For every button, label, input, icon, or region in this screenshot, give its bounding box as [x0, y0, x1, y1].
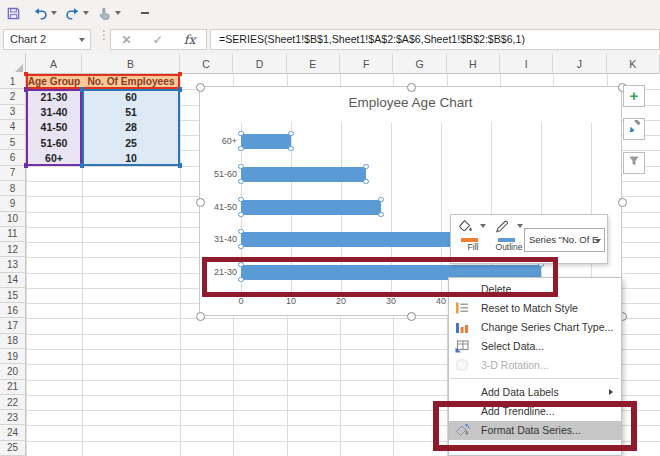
chart-selection-handle[interactable] [196, 198, 205, 207]
cell-B4[interactable]: 28 [82, 120, 180, 135]
row-header-14[interactable]: 14 [0, 273, 26, 288]
select-all-corner[interactable] [0, 54, 26, 74]
cell-A3[interactable]: 31-40 [26, 105, 82, 120]
column-header-J[interactable]: J [553, 54, 606, 74]
insert-function-icon[interactable]: fx [184, 32, 196, 47]
cell-B5[interactable]: 25 [82, 135, 180, 150]
bar-selection-handle[interactable] [238, 277, 244, 283]
chart-elements-button[interactable]: + [623, 85, 645, 107]
bar-selection-handle[interactable] [363, 164, 369, 170]
bar-selection-handle[interactable] [238, 146, 244, 152]
chart-selection-handle[interactable] [618, 198, 627, 207]
bar-selection-handle[interactable] [288, 131, 294, 137]
column-header-B[interactable]: B [82, 54, 180, 74]
row-header-22[interactable]: 22 [0, 395, 26, 410]
bar-selection-handle[interactable] [238, 229, 244, 235]
save-button[interactable] [6, 3, 21, 23]
bar-selection-handle[interactable] [238, 131, 244, 137]
undo-dropdown-icon[interactable] [51, 11, 57, 15]
data-bar-51-60[interactable] [241, 167, 366, 182]
row-header-12[interactable]: 12 [0, 242, 26, 257]
cell-A4[interactable]: 41-50 [26, 120, 82, 135]
row-header-15[interactable]: 15 [0, 288, 26, 303]
enter-icon[interactable]: ✓ [153, 33, 163, 47]
row-header-4[interactable]: 4 [0, 120, 26, 135]
cell-A5[interactable]: 51-60 [26, 135, 82, 150]
menu-item-format-data-series[interactable]: Format Data Series... [449, 421, 621, 440]
chart-filters-button[interactable] [623, 152, 645, 174]
column-header-H[interactable]: H [447, 54, 500, 74]
redo-dropdown-icon[interactable] [83, 11, 89, 15]
row-header-13[interactable]: 13 [0, 257, 26, 272]
chart-selection-handle[interactable] [407, 83, 416, 92]
cell-B6[interactable]: 10 [82, 150, 180, 165]
bar-selection-handle[interactable] [378, 197, 384, 203]
row-header-25[interactable]: 25 [0, 441, 26, 456]
chart-selection-handle[interactable] [196, 312, 205, 321]
menu-item-change-series-chart-type[interactable]: Change Series Chart Type... [449, 317, 621, 336]
bar-selection-handle[interactable] [238, 179, 244, 185]
touch-mode-button[interactable] [97, 3, 121, 23]
undo-button[interactable] [33, 3, 57, 23]
customize-qat-button[interactable] [127, 3, 149, 23]
cell-A2[interactable]: 21-30 [26, 89, 82, 104]
bar-selection-handle[interactable] [238, 212, 244, 218]
formula-input[interactable]: =SERIES(Sheet1!$B$1,Sheet1!$A$2:$A$6,She… [210, 29, 660, 50]
menu-item-add-data-labels[interactable]: Add Data Labels [449, 382, 621, 401]
name-box[interactable]: Chart 2 [3, 29, 91, 50]
bar-selection-handle[interactable] [363, 179, 369, 185]
cell-A1[interactable]: Age Group [26, 74, 82, 89]
menu-item-select-data[interactable]: Select Data... [449, 336, 621, 355]
column-header-K[interactable]: K [607, 54, 660, 74]
bar-selection-handle[interactable] [238, 164, 244, 170]
chart-selection-handle[interactable] [407, 312, 416, 321]
row-header-3[interactable]: 3 [0, 105, 26, 120]
cell-B2[interactable]: 60 [82, 89, 180, 104]
row-header-1[interactable]: 1 [0, 74, 26, 89]
cancel-icon[interactable]: ✕ [122, 33, 132, 47]
touch-mode-dropdown-icon[interactable] [115, 11, 121, 15]
bar-selection-handle[interactable] [238, 244, 244, 250]
formula-bar-grip[interactable]: ⋮ [98, 31, 110, 39]
row-header-6[interactable]: 6 [0, 150, 26, 165]
row-header-10[interactable]: 10 [0, 212, 26, 227]
menu-item-reset-to-match-style[interactable]: Reset to Match Style [449, 298, 621, 317]
column-header-E[interactable]: E [287, 54, 340, 74]
column-header-F[interactable]: F [340, 54, 393, 74]
row-header-19[interactable]: 19 [0, 349, 26, 364]
column-header-D[interactable]: D [233, 54, 286, 74]
cell-B1[interactable]: No. Of Employees [82, 74, 180, 89]
chart-title[interactable]: Employee Age Chart [200, 95, 621, 110]
cell-B3[interactable]: 51 [82, 105, 180, 120]
row-header-24[interactable]: 24 [0, 425, 26, 440]
row-header-16[interactable]: 16 [0, 303, 26, 318]
bar-selection-handle[interactable] [288, 146, 294, 152]
row-header-8[interactable]: 8 [0, 181, 26, 196]
menu-item-delete[interactable]: Delete [449, 279, 621, 298]
chart-element-selector[interactable]: Series "No. Of E [524, 228, 605, 252]
fill-dropdown-icon[interactable] [480, 224, 486, 228]
redo-button[interactable] [65, 3, 89, 23]
row-header-18[interactable]: 18 [0, 334, 26, 349]
chart-selection-handle[interactable] [196, 83, 205, 92]
data-bar-41-50[interactable] [241, 200, 381, 215]
row-header-7[interactable]: 7 [0, 166, 26, 181]
column-header-A[interactable]: A [26, 54, 82, 74]
column-header-G[interactable]: G [393, 54, 446, 74]
column-header-C[interactable]: C [180, 54, 233, 74]
row-header-5[interactable]: 5 [0, 135, 26, 150]
row-header-23[interactable]: 23 [0, 410, 26, 425]
row-header-21[interactable]: 21 [0, 380, 26, 395]
bar-selection-handle[interactable] [378, 212, 384, 218]
chart-styles-button[interactable] [623, 118, 645, 140]
row-header-17[interactable]: 17 [0, 318, 26, 333]
data-bar-60+[interactable] [241, 134, 291, 149]
row-header-9[interactable]: 9 [0, 196, 26, 211]
bar-selection-handle[interactable] [238, 197, 244, 203]
row-header-2[interactable]: 2 [0, 89, 26, 104]
menu-item-add-trendline[interactable]: Add Trendline... [449, 402, 621, 421]
cell-A6[interactable]: 60+ [26, 150, 82, 165]
bar-selection-handle[interactable] [238, 262, 244, 268]
column-header-I[interactable]: I [500, 54, 553, 74]
row-header-20[interactable]: 20 [0, 364, 26, 379]
